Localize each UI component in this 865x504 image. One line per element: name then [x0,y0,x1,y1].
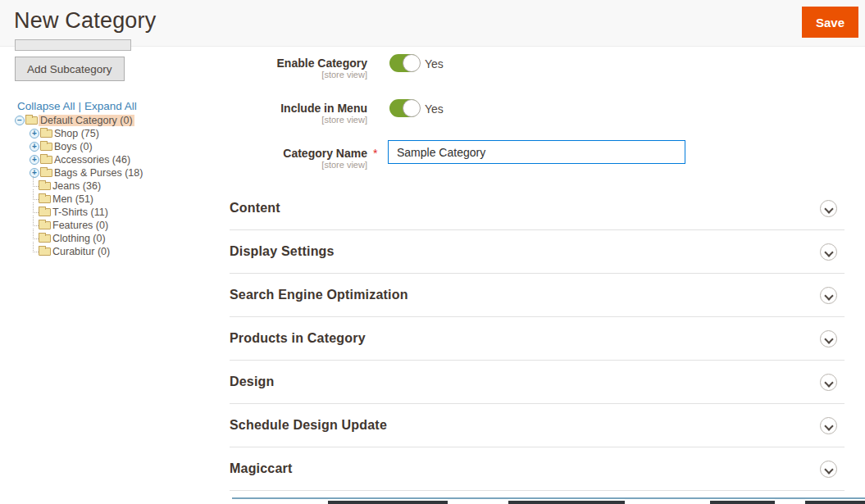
section-title: Schedule Design Update [230,418,387,433]
enable-category-value: Yes [425,57,444,70]
enable-category-toggle[interactable] [389,54,421,72]
tree-node-jeans[interactable]: Jeans (36) [15,179,216,193]
accordion-sections: Content Display Settings Search Engine O… [230,187,845,491]
tree-node-label[interactable]: Accessories (46) [54,154,130,166]
tree-node-label[interactable]: Bags & Purses (18) [54,167,143,179]
chevron-down-icon[interactable] [820,417,837,434]
include-in-menu-scope: [store view] [197,115,367,125]
clipped-text-fragment [710,501,775,504]
section-title: Content [230,201,280,216]
tree-node-label[interactable]: Jeans (36) [52,180,101,192]
clipped-button-top[interactable] [15,39,131,51]
tree-node-shop[interactable]: + Shop (75) [15,127,216,140]
section-content[interactable]: Content [230,187,845,230]
folder-icon [39,234,51,243]
clipped-text-fragment [328,501,448,504]
folder-icon [39,182,51,190]
tree-node-label[interactable]: Clothing (0) [52,233,106,244]
tree-node-accessories[interactable]: + Accessories (46) [15,153,216,166]
folder-icon [40,129,52,138]
links-separator: | [79,100,82,112]
folder-icon [40,169,52,177]
enable-category-label: Enable Category [197,57,367,70]
section-schedule-design-update[interactable]: Schedule Design Update [230,404,845,447]
include-in-menu-label: Include in Menu [197,102,367,115]
tree-node-features[interactable]: Features (0) [15,219,216,232]
tree-node-label[interactable]: Features (0) [52,220,108,231]
folder-icon [39,221,51,229]
tree-node-clothing[interactable]: Clothing (0) [15,232,216,245]
section-title: Search Engine Optimization [230,288,408,302]
tree-node-label[interactable]: Default Category (0) [39,115,134,126]
enable-category-scope: [store view] [197,70,367,79]
category-name-scope: [store view] [197,160,367,170]
section-products-in-category[interactable]: Products in Category [230,317,845,361]
chevron-down-icon[interactable] [820,287,837,304]
section-title: Design [230,375,275,389]
clipped-text-fragment [508,501,625,504]
chevron-down-icon[interactable] [820,330,837,347]
tree-node-tshirts[interactable]: T-Shirts (11) [15,206,216,219]
expand-all-link[interactable]: Expand All [84,100,137,112]
include-in-menu-toggle[interactable] [389,99,421,117]
chevron-down-icon[interactable] [820,374,837,391]
section-display-settings[interactable]: Display Settings [230,230,845,274]
include-in-menu-value: Yes [425,102,444,116]
section-design[interactable]: Design [230,361,845,404]
page-title: New Category [14,8,156,34]
expand-node-icon[interactable]: + [30,142,39,152]
toggle-knob [403,54,421,72]
category-name-label: Category Name [197,147,367,160]
folder-icon [25,116,38,125]
toggle-knob [403,99,421,117]
folder-icon [40,156,52,164]
tree-node-label[interactable]: T-Shirts (11) [52,207,108,218]
expand-node-icon[interactable]: + [30,129,39,138]
folder-icon [39,195,51,203]
section-title: Display Settings [230,244,335,259]
tree-node-label[interactable]: Men (51) [52,193,93,205]
clipped-footer-content [0,497,865,504]
folder-icon [40,143,52,151]
collapse-node-icon[interactable]: − [15,116,25,125]
category-tree: − Default Category (0) + Shop (75) + Boy… [15,114,216,258]
category-name-input[interactable] [388,140,685,164]
tree-node-label[interactable]: Boys (0) [54,141,93,152]
section-title: Products in Category [230,331,366,346]
tree-node-curabitur[interactable]: Curabitur (0) [15,245,216,258]
folder-icon [39,247,51,256]
add-subcategory-button[interactable]: Add Subcategory [15,57,125,81]
tree-node-boys[interactable]: + Boys (0) [15,140,216,153]
required-asterisk: * [373,147,377,160]
folder-icon [39,208,51,216]
section-magiccart[interactable]: Magiccart [230,447,845,491]
clipped-text-fragment [805,501,865,504]
tree-node-bags-purses[interactable]: + Bags & Purses (18) [15,166,216,179]
tree-node-label[interactable]: Curabitur (0) [52,246,110,257]
collapse-all-link[interactable]: Collapse All [17,100,75,112]
chevron-down-icon[interactable] [820,243,837,261]
tree-node-default-category[interactable]: − Default Category (0) [15,114,216,127]
section-search-engine-optimization[interactable]: Search Engine Optimization [230,274,845,317]
clipped-divider [232,497,865,499]
tree-node-label[interactable]: Shop (75) [54,128,99,139]
expand-node-icon[interactable]: + [30,168,39,178]
tree-node-men[interactable]: Men (51) [15,193,216,206]
chevron-down-icon[interactable] [820,200,837,217]
tree-links: Collapse All|Expand All [17,100,137,112]
section-title: Magiccart [230,461,293,476]
save-button[interactable]: Save [802,7,858,38]
expand-node-icon[interactable]: + [30,155,39,165]
chevron-down-icon[interactable] [820,461,837,478]
